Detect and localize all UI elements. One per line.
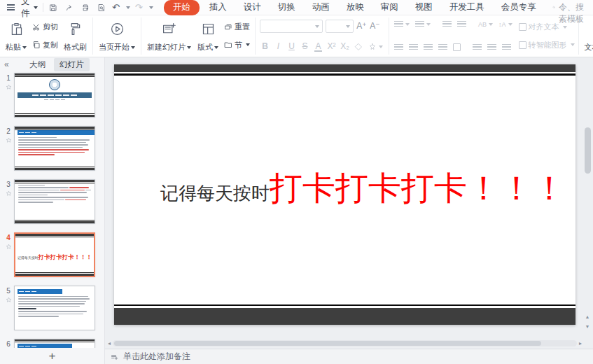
thumbnail-canvas[interactable] — [14, 73, 95, 118]
notes-bar[interactable]: 单击此处添加备注 — [105, 349, 593, 364]
ribbon-toolbar: 粘贴 剪切 复制 格式刷 当页开始 新建幻灯片 版式 重置 节 — [0, 15, 593, 57]
copy-button[interactable]: 复制 — [31, 39, 60, 51]
tab-review[interactable]: 审阅 — [374, 0, 405, 15]
shrink-font-button[interactable]: A⁻ — [370, 20, 380, 32]
slide-thumbnail-2[interactable]: 2 — [3, 126, 100, 171]
slide-text-prefix: 记得每天按时 — [160, 181, 270, 206]
align-right-button[interactable] — [422, 43, 434, 52]
align-center-button[interactable] — [407, 43, 419, 52]
reset-button[interactable]: 重置 — [223, 21, 251, 33]
phonetic-guide-button[interactable]: AB — [477, 20, 494, 29]
thumb-text-prefix: 记得每天按时 — [18, 256, 39, 260]
vertical-scrollbar-thumb[interactable] — [585, 127, 591, 174]
prev-slide-button[interactable]: ▲ — [585, 314, 590, 319]
justify-button[interactable] — [437, 43, 449, 52]
editing-canvas[interactable]: 记得每天按时 打卡打卡打卡！！！ ▲ ▼ ◂ ▸ — [106, 57, 593, 349]
tab-design[interactable]: 设计 — [237, 0, 268, 15]
cut-button[interactable]: 剪切 — [31, 21, 60, 33]
clipboard-group: 粘贴 剪切 复制 格式刷 — [0, 18, 93, 55]
bullet-list-button[interactable] — [393, 20, 411, 29]
subscript-button[interactable]: X₂ — [340, 41, 350, 52]
print-button[interactable] — [80, 3, 91, 13]
search-placeholder: 查找命令、搜索模板 — [559, 0, 587, 25]
smart-graphic-button[interactable]: 转智能图形 — [519, 40, 575, 50]
print-preview-button[interactable] — [96, 3, 107, 13]
section-button[interactable]: 节 — [223, 39, 251, 51]
thumbnail-canvas[interactable] — [14, 179, 95, 224]
tab-transition[interactable]: 切换 — [271, 0, 302, 15]
vertical-scrollbar[interactable] — [584, 57, 592, 328]
thumbnail-canvas[interactable] — [14, 339, 95, 348]
slide-thumbnail-3[interactable]: 3 — [3, 179, 100, 224]
tab-animation[interactable]: 动画 — [305, 0, 337, 15]
thumbnail-canvas[interactable] — [14, 126, 95, 171]
horizontal-scrollbar[interactable]: ◂ ▸ — [108, 340, 582, 346]
section-icon — [224, 41, 232, 49]
undo-caret-icon[interactable] — [126, 6, 130, 9]
tab-outline[interactable]: 大纲 — [24, 58, 51, 71]
row-spacing-button[interactable] — [486, 43, 498, 52]
new-slide-button[interactable]: 新建幻灯片 — [145, 18, 193, 54]
slide-text-block[interactable]: 记得每天按时 打卡打卡打卡！！！ — [160, 167, 566, 211]
undo-button[interactable]: ↶ — [112, 3, 120, 12]
redo-button[interactable]: ↷ — [135, 3, 143, 12]
horizontal-scrollbar-track[interactable] — [113, 340, 577, 346]
font-color-button[interactable]: A — [313, 41, 323, 52]
grow-font-button[interactable]: A⁺ — [356, 20, 367, 32]
paragraph-spacing-button[interactable] — [471, 43, 483, 52]
slide-thumbnail-4-selected[interactable]: 4 记得每天按时打卡打卡打卡！！！ — [3, 232, 100, 277]
superscript-button[interactable]: X² — [326, 41, 337, 52]
italic-button[interactable]: I — [273, 41, 284, 52]
increase-indent-button[interactable] — [456, 20, 468, 29]
tab-home[interactable]: 开始 — [164, 0, 200, 15]
clear-format-icon — [354, 43, 363, 51]
align-left-button[interactable] — [393, 43, 405, 52]
tab-insert[interactable]: 插入 — [202, 0, 234, 15]
title-banner — [18, 92, 92, 98]
underline-button[interactable]: U — [286, 41, 297, 52]
slide-thumbnail-5[interactable]: 5 — [3, 286, 100, 330]
tab-devtools[interactable]: 开发工具 — [442, 0, 491, 15]
save-button[interactable] — [48, 3, 59, 13]
add-notes-icon — [111, 353, 119, 361]
tab-slideshow[interactable]: 放映 — [340, 0, 371, 15]
distribute-button[interactable] — [452, 43, 462, 52]
horizontal-scrollbar-thumb[interactable] — [114, 341, 541, 346]
next-slide-button[interactable]: ▼ — [585, 324, 590, 329]
slide-number: 4 — [6, 234, 11, 241]
tab-slides[interactable]: 幻灯片 — [54, 58, 90, 71]
text-effect-button[interactable] — [367, 42, 384, 52]
numbered-list-button[interactable] — [414, 20, 432, 29]
column-spacing-button[interactable] — [501, 43, 512, 52]
thumbnail-canvas[interactable] — [14, 286, 95, 330]
tab-member[interactable]: 会员专享 — [494, 0, 543, 15]
slide-thumbnail-list[interactable]: 1 2 — [0, 71, 104, 348]
slide-thumbnail-6[interactable]: 6 — [3, 339, 100, 348]
bold-button[interactable]: B — [260, 41, 270, 52]
slide-thumbnail-1[interactable]: 1 — [3, 73, 100, 118]
decrease-indent-button[interactable] — [441, 20, 453, 29]
clear-format-button[interactable] — [353, 42, 364, 52]
tab-view[interactable]: 视图 — [408, 0, 440, 15]
font-name-select[interactable] — [260, 20, 323, 33]
slide-nav-buttons: ▲ ▼ — [582, 314, 592, 329]
slide-number: 6 — [6, 340, 11, 348]
collapse-panel-button[interactable]: « — [4, 59, 9, 69]
thumbnail-canvas[interactable]: 记得每天按时打卡打卡打卡！！！ — [14, 232, 95, 277]
command-search-input[interactable]: 查找命令、搜索模板 — [552, 0, 587, 25]
format-painter-button[interactable]: 格式刷 — [62, 18, 89, 54]
font-size-select[interactable] — [326, 20, 354, 33]
quick-access-caret-icon[interactable] — [149, 6, 153, 9]
scroll-left-arrow[interactable]: ◂ — [108, 340, 111, 346]
paste-button[interactable]: 粘贴 — [4, 18, 29, 54]
play-from-current-button[interactable]: 当页开始 — [97, 18, 137, 54]
file-menu-button[interactable]: 文件 — [21, 0, 38, 20]
export-button[interactable] — [64, 3, 75, 13]
hamburger-menu-icon[interactable] — [6, 3, 16, 11]
current-slide[interactable]: 记得每天按时 打卡打卡打卡！！！ — [114, 64, 575, 325]
layout-button[interactable]: 版式 — [195, 18, 221, 54]
line-spacing-button[interactable]: ↕A — [497, 20, 514, 29]
strikethrough-button[interactable]: S — [300, 41, 310, 52]
scroll-right-arrow[interactable]: ▸ — [579, 340, 582, 346]
add-slide-button[interactable]: + — [42, 350, 63, 362]
